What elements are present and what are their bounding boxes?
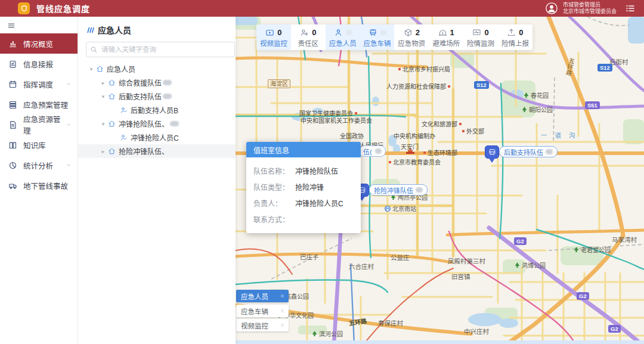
team-pin-label-text: 后勤支持队伍 — [504, 147, 543, 157]
map-label-town: 六合庄村 — [349, 262, 374, 271]
toolbar-item-emergency-vehicle[interactable]: 应急车辆 — [360, 24, 395, 50]
toolbar-item-label: 险情上报 — [501, 38, 529, 48]
toolbar-item-label: 视频监控 — [260, 38, 287, 48]
search-input[interactable] — [100, 45, 231, 54]
tree-node[interactable]: ▸综合救援队伍 — [78, 76, 236, 89]
toolbar-item-danger-report[interactable]: 0险情上报 — [498, 24, 532, 50]
sidebar: 情况概览信息接报指挥调度应急预案管理应急资源管理知识库统计分析地下管线事故 — [0, 17, 78, 344]
personnel-tree: ▾应急人员▸综合救援队伍▾后勤支持队伍后勤支持人员B▾冲锋抢险队伍、冲锋抢险人员… — [78, 62, 236, 158]
caret-down-icon[interactable]: ▾ — [99, 94, 107, 100]
tree-icon — [522, 107, 527, 113]
map-layer-toolbar: 0视频监控0责任区应急人员应急车辆2应急物资1避难场所0险情监测0险情上报 — [256, 24, 532, 50]
duty-room-popup: 值班室信息 队伍名称：冲锋抢险队伍队伍类型：抢险冲锋负责人：冲锋抢险人员C联系方… — [246, 142, 361, 233]
sidebar-collapse-icon[interactable] — [7, 21, 16, 30]
sidebar-item-info-reporting[interactable]: 信息接报 — [0, 54, 78, 74]
team-map-pin[interactable] — [485, 145, 499, 159]
close-icon[interactable] — [280, 323, 285, 328]
home-icon — [108, 92, 116, 100]
app-header: 管线应急调度 市城管委管理员 北京市城市管理委员会 — [0, 0, 644, 17]
toolbar-count: 1 — [450, 28, 454, 37]
layer-tag-3[interactable]: 视频监控 — [236, 319, 289, 331]
popup-row-label: 队伍类型： — [253, 182, 295, 192]
person-icon — [334, 28, 343, 37]
redacted-blob — [375, 148, 382, 154]
map-label-text: 中央机构编制办 — [394, 131, 435, 140]
map-label-text: 巴庄子 — [300, 252, 319, 261]
sidebar-item-situation-overview[interactable]: 情况概览 — [0, 33, 78, 54]
tree-node[interactable]: ▸抢险冲锋队伍、 — [78, 144, 236, 158]
sidebar-item-emergency-resource-mgmt[interactable]: 应急资源管理 — [0, 114, 78, 135]
redacted-blob — [170, 121, 179, 126]
map-horizontal-scrollbar[interactable] — [236, 340, 644, 344]
tree-node[interactable]: ▾后勤支持队伍 — [78, 89, 236, 103]
map-label-river: 一道沟 — [541, 131, 583, 140]
sidebar-item-command-dispatch[interactable]: 指挥调度 — [0, 74, 78, 94]
toolbar-item-video-monitor[interactable]: 0视频监控 — [256, 24, 291, 50]
app-title: 管线应急调度 — [36, 2, 90, 14]
tree-node-label: 抢险冲锋队伍、 — [119, 146, 169, 156]
toolbar-item-danger-monitor[interactable]: 0险情监测 — [463, 24, 498, 50]
accident-icon — [8, 181, 17, 190]
toolbar-item-emergency-supplies[interactable]: 2应急物资 — [394, 24, 429, 50]
caret-right-icon[interactable]: ▸ — [99, 80, 107, 86]
toolbar-item-label: 应急人员 — [329, 38, 357, 48]
sidebar-item-knowledge-base[interactable]: 知识库 — [0, 135, 78, 155]
team-pin-label[interactable]: 抢险冲锋队伍 — [369, 184, 428, 196]
sidebar-item-statistics-analysis[interactable]: 统计分析 — [0, 155, 78, 175]
caret-right-icon[interactable]: ▸ — [99, 148, 107, 154]
plan-icon — [8, 100, 17, 109]
close-icon[interactable] — [280, 308, 285, 314]
video-icon — [265, 28, 274, 37]
home-icon — [96, 65, 104, 73]
avatar[interactable] — [545, 2, 558, 15]
panel-slashes-icon — [86, 26, 94, 34]
map-label-park: 老君堂公园 — [574, 245, 611, 254]
stats-icon — [8, 161, 17, 170]
sidebar-menu: 情况概览信息接报指挥调度应急预案管理应急资源管理知识库统计分析地下管线事故 — [0, 33, 78, 196]
shelter-icon — [438, 28, 447, 37]
caret-down-icon[interactable]: ▾ — [87, 66, 95, 72]
close-icon[interactable] — [280, 293, 285, 299]
map-label-text: 寿保庄村 — [378, 318, 403, 327]
tree-node[interactable]: 冲锋抢险人员C — [78, 131, 236, 144]
tree-node-label: 综合救援队伍 — [119, 78, 162, 88]
vehicle-icon — [369, 28, 377, 37]
person-node-icon — [120, 134, 128, 141]
chevron-down-icon — [66, 122, 72, 128]
map-label-text: 鸿博公园 — [522, 261, 546, 269]
popup-row: 队伍类型：抢险冲锋 — [253, 179, 354, 195]
close-icon — [280, 323, 285, 328]
toolbar-item-shelter[interactable]: 1避难场所 — [429, 24, 463, 50]
map-label-text: 生态环境部 — [428, 148, 457, 157]
tree-icon — [574, 247, 579, 253]
map-canvas[interactable]: 海淀区北京市乡村振兴局人力资源和社会保障部国家卫生健康委员会中央和国家机关工作委… — [236, 17, 644, 344]
layer-tag-1[interactable]: 应急人员 — [236, 290, 289, 302]
toolbar-count: 0 — [312, 28, 316, 37]
map-label-text: 凤殿村第三村 — [448, 256, 485, 265]
sidebar-item-emergency-plan-mgmt[interactable]: 应急预案管理 — [0, 94, 78, 114]
tree-node[interactable]: ▾应急人员 — [78, 62, 236, 76]
layer-tag-label: 应急人员 — [241, 292, 268, 301]
tree-node[interactable]: ▾冲锋抢险队伍、 — [78, 117, 236, 131]
tree-icon — [515, 262, 520, 268]
team-pin-label[interactable]: 后勤支持队伍 — [499, 146, 558, 157]
chevron-down-icon — [66, 122, 72, 128]
map-label-town: 中兴庄村 — [464, 327, 489, 336]
map-label-text: 北京市乡村振兴局 — [402, 64, 450, 73]
road-number-badge: G2 — [608, 325, 621, 333]
toolbar-item-responsibility-zone[interactable]: 0责任区 — [291, 24, 326, 50]
toolbar-count-hidden — [346, 30, 352, 35]
sidebar-item-pipeline-accident[interactable]: 地下管线事故 — [0, 175, 78, 196]
map-label-gov: 生态环境部 — [423, 148, 457, 157]
header-menu-icon[interactable] — [625, 3, 636, 14]
map-label-text: 滨河公园 — [319, 329, 343, 338]
map-label-text: 北京市教育委员会 — [393, 157, 441, 166]
tree-node[interactable]: 后勤支持人员B — [78, 103, 236, 117]
chevron-down-icon — [66, 162, 72, 168]
caret-down-icon[interactable]: ▾ — [99, 121, 107, 127]
layer-tag-2[interactable]: 应急车辆 — [236, 305, 289, 317]
toolbar-item-label: 应急物资 — [398, 38, 425, 48]
map-label-gov: 文化和旅游部 — [422, 119, 462, 128]
map-label-metro: 北京南站 — [385, 204, 416, 213]
toolbar-item-emergency-personnel[interactable]: 应急人员 — [326, 24, 360, 50]
